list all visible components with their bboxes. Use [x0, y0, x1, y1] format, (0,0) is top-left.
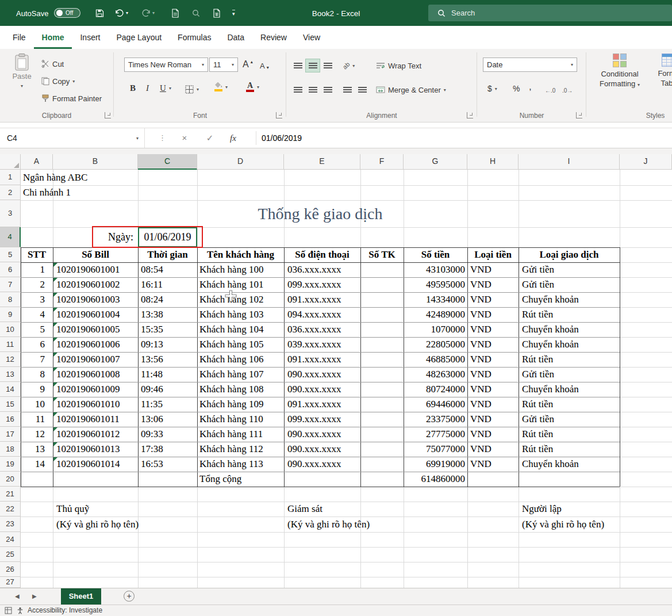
signature-title-1[interactable]: Giám sát [284, 502, 422, 516]
document-tool-button[interactable] [171, 9, 179, 18]
column-header-F[interactable]: F [360, 154, 404, 170]
cell-r7-c7[interactable]: VND [467, 277, 519, 292]
cell-r10-c4[interactable]: 036.xxx.xxxx [284, 322, 360, 337]
cell-r8-c1[interactable]: 1020190601003 [53, 292, 138, 307]
column-header-H[interactable]: H [467, 154, 519, 170]
formula-content[interactable]: 01/06/2019 [262, 128, 302, 148]
signature-title-0[interactable]: Thủ quỹ [53, 502, 191, 516]
cell-r6-c4[interactable]: 036.xxx.xxxx [284, 262, 360, 277]
row-header-17[interactable]: 17 [0, 427, 21, 442]
cell-r10-c1[interactable]: 1020190601005 [53, 322, 138, 337]
column-header-D[interactable]: D [197, 154, 284, 170]
cell-r17-c4[interactable]: 090.xxx.xxxx [284, 427, 360, 442]
ribbon-tab-formulas[interactable]: Formulas [170, 26, 219, 49]
cell-r9-c3[interactable]: Khách hàng 103 [197, 307, 284, 322]
ribbon-tab-home[interactable]: Home [34, 26, 72, 49]
table-tool-button[interactable] [213, 9, 221, 18]
cell-r18-c2[interactable]: 17:38 [138, 442, 197, 457]
row-header-22[interactable]: 22 [0, 502, 21, 516]
name-box[interactable]: C4 ▾ [0, 128, 145, 148]
cell-r9-c7[interactable]: VND [467, 307, 519, 322]
cell-r8-c8[interactable]: Chuyển khoản [519, 292, 620, 307]
cell-r17-c7[interactable]: VND [467, 427, 519, 442]
cell-r13-c8[interactable]: Gửi tiền [519, 367, 620, 382]
cell-r18-c7[interactable]: VND [467, 442, 519, 457]
borders-button[interactable]: ▾ [185, 82, 199, 96]
cell-r6-c8[interactable]: Gửi tiền [519, 262, 620, 277]
cell-r16-c6[interactable]: 23375000 [404, 412, 467, 427]
sheet-nav-left-icon[interactable]: ◀ [15, 588, 20, 605]
cell-r16-c8[interactable]: Gửi tiền [519, 412, 620, 427]
merge-center-button[interactable]: Merge & Center ▾ [376, 83, 446, 97]
cell-r16-c0[interactable]: 11 [21, 412, 53, 427]
cell-r18-c4[interactable]: 090.xxx.xxxx [284, 442, 360, 457]
cell-branch[interactable]: Chi nhánh 1 [23, 185, 195, 200]
decrease-indent-button[interactable] [340, 83, 354, 96]
cell-r11-c1[interactable]: 1020190601006 [53, 337, 138, 352]
cell-r13-c6[interactable]: 48263000 [404, 367, 467, 382]
search-box[interactable]: Search [428, 5, 672, 21]
cell-r15-c7[interactable]: VND [467, 397, 519, 412]
ribbon-tab-insert[interactable]: Insert [72, 26, 108, 49]
cell-r13-c4[interactable]: 090.xxx.xxxx [284, 367, 360, 382]
cell-r7-c4[interactable]: 099.xxx.xxxx [284, 277, 360, 292]
cell-r15-c0[interactable]: 10 [21, 397, 53, 412]
table-header-6[interactable]: Số tiền [404, 247, 467, 262]
cell-r15-c1[interactable]: 1020190601010 [53, 397, 138, 412]
row-header-2[interactable]: 2 [0, 185, 21, 200]
cell-r14-c6[interactable]: 80724000 [404, 382, 467, 397]
cell-r8-c4[interactable]: 091.xxx.xxxx [284, 292, 360, 307]
row-header-25[interactable]: 25 [0, 547, 21, 562]
wrap-text-button[interactable]: Wrap Text [376, 59, 421, 72]
clipboard-dialog-launcher[interactable] [105, 112, 111, 118]
font-name-combo[interactable]: Times New Roman ▾ [124, 58, 208, 72]
bold-button[interactable]: B [130, 81, 136, 95]
cell-r9-c4[interactable]: 094.xxx.xxxx [284, 307, 360, 322]
column-header-E[interactable]: E [284, 154, 360, 170]
autosave-toggle[interactable]: Off [54, 8, 80, 18]
row-header-27[interactable]: 27 [0, 577, 21, 588]
row-header-14[interactable]: 14 [0, 382, 21, 397]
cell-r10-c8[interactable]: Chuyển khoản [519, 322, 620, 337]
cell-r6-c0[interactable]: 1 [21, 262, 53, 277]
formula-bar-handle[interactable]: ⋮ [159, 128, 166, 148]
cell-r15-c2[interactable]: 11:35 [138, 397, 197, 412]
increase-decimal-button[interactable]: ←.0 [545, 83, 555, 97]
lookup-tool-button[interactable] [192, 9, 200, 17]
decrease-font-size-button[interactable]: A▾ [260, 59, 269, 72]
table-header-0[interactable]: STT [21, 247, 53, 262]
cell-r7-c6[interactable]: 49595000 [404, 277, 467, 292]
cell-r18-c8[interactable]: Rút tiền [519, 442, 620, 457]
cell-r8-c2[interactable]: 08:24 [138, 292, 197, 307]
cell-r12-c0[interactable]: 7 [21, 352, 53, 367]
decrease-decimal-button[interactable]: .0→ [562, 83, 573, 97]
cell-r14-c4[interactable]: 090.xxx.xxxx [284, 382, 360, 397]
cell-r8-c3[interactable]: Khách hàng 102 [197, 292, 284, 307]
row-header-24[interactable]: 24 [0, 532, 21, 547]
cell-r14-c2[interactable]: 09:46 [138, 382, 197, 397]
cell-r10-c6[interactable]: 1070000 [404, 322, 467, 337]
bottom-align-button[interactable] [321, 59, 335, 72]
cell-r11-c8[interactable]: Chuyển khoản [519, 337, 620, 352]
number-format-combo[interactable]: Date ▾ [483, 58, 577, 72]
cell-r15-c4[interactable]: 091.xxx.xxxx [284, 397, 360, 412]
ribbon-tab-data[interactable]: Data [219, 26, 252, 49]
cell-r17-c1[interactable]: 1020190601012 [53, 427, 138, 442]
insert-function-button[interactable]: fx [230, 128, 236, 148]
cell-r18-c0[interactable]: 13 [21, 442, 53, 457]
align-center-button[interactable] [306, 83, 320, 96]
row-header-1[interactable]: 1 [0, 170, 21, 185]
row-header-3[interactable]: 3 [0, 200, 21, 227]
align-left-button[interactable] [291, 83, 305, 96]
format-painter-button[interactable]: Format Painter [41, 91, 102, 105]
cell-r13-c0[interactable]: 8 [21, 367, 53, 382]
number-dialog-launcher[interactable] [576, 112, 582, 118]
font-dialog-launcher[interactable] [276, 112, 282, 118]
redo-button[interactable]: ▾ [141, 9, 155, 17]
table-header-2[interactable]: Thời gian [138, 247, 197, 262]
cell-r8-c6[interactable]: 14334000 [404, 292, 467, 307]
sheet-tab-sheet1[interactable]: Sheet1 [61, 588, 101, 604]
top-align-button[interactable] [291, 59, 305, 72]
increase-indent-button[interactable] [355, 83, 369, 96]
cell-r10-c7[interactable]: VND [467, 322, 519, 337]
